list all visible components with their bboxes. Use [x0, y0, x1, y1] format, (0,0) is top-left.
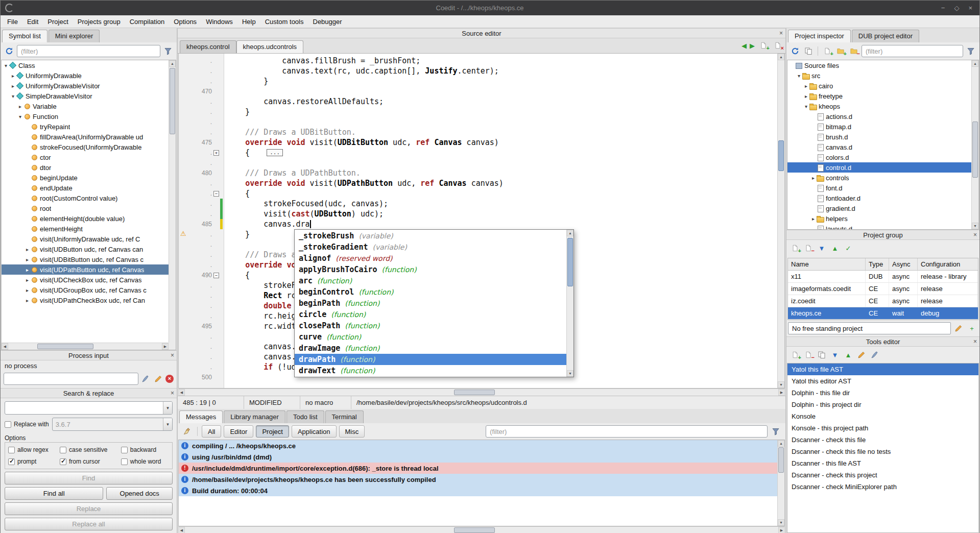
tool-item[interactable]: Konsole [787, 410, 978, 422]
close-document-icon[interactable]: × [772, 40, 783, 51]
scroll-thumb[interactable] [972, 122, 978, 178]
checkbox[interactable] [121, 458, 128, 465]
panel-tab[interactable]: Mini explorer [49, 30, 100, 42]
editor-hscrollbar[interactable]: ◀ ▶ [178, 389, 785, 396]
scroll-up-icon[interactable]: ▲ [972, 60, 978, 67]
code-line[interactable]: ⚠ . + { ... [179, 148, 777, 158]
scroll-right-icon[interactable]: ▶ [778, 527, 785, 533]
expander-icon[interactable]: ▸ [24, 287, 31, 293]
window-close-icon[interactable]: × [968, 4, 972, 12]
source-file-item[interactable]: actions.d [787, 111, 971, 122]
menu-item[interactable]: Custom tools [260, 17, 308, 27]
symbol-item[interactable]: ▾ Function [2, 111, 169, 122]
search-term-combo[interactable]: ▾ [5, 401, 173, 415]
message-row[interactable]: /usr/include/dmd/druntime/import/core/ex… [179, 463, 777, 474]
source-file-item[interactable]: canvas.d [787, 142, 971, 152]
symbol-item[interactable]: ▸ Variable [2, 101, 169, 111]
minimize-icon[interactable]: − [941, 4, 945, 12]
project-row[interactable]: iz.coedit CE async release [788, 295, 978, 307]
scroll-left-icon[interactable]: ◀ [178, 389, 185, 396]
message-filter-button[interactable]: Project [256, 425, 289, 438]
menu-item[interactable]: Projects group [73, 17, 125, 27]
completion-item[interactable]: _strokeBrush (variable) [295, 230, 566, 241]
async-mode-icon[interactable]: ✓ [843, 243, 854, 254]
source-file-item[interactable]: ▾ kheops [787, 101, 971, 111]
symbol-item[interactable]: strokeFocused(UniformlyDrawable [2, 142, 169, 152]
completion-item[interactable]: drawImage (function) [295, 343, 566, 354]
column-header[interactable]: Async [889, 258, 918, 270]
remove-tool-icon[interactable]: − [803, 349, 814, 360]
scroll-right-icon[interactable]: ▶ [162, 343, 169, 350]
gutter-cell[interactable]: ⚠ 490 − [179, 270, 224, 280]
source-file-item[interactable]: control.d [787, 162, 971, 173]
symbol-item[interactable]: elementHeight [2, 224, 169, 234]
close-icon[interactable]: × [973, 230, 977, 239]
symbol-item[interactable]: tryRepaint [2, 122, 169, 132]
close-icon[interactable]: × [779, 29, 783, 38]
gutter-cell[interactable]: ⚠ 485 [179, 219, 224, 229]
gutter-cell[interactable]: ⚠ . [179, 96, 224, 107]
symbol-item[interactable]: ▸ visit(UDBitButton udc, ref Canvas c [2, 254, 169, 264]
files-vscrollbar[interactable]: ▲ ▼ [971, 60, 978, 229]
search-option-checkbox[interactable]: case sensitive [60, 446, 120, 453]
document-tab[interactable]: kheops.control [180, 40, 236, 53]
code-line[interactable]: ⚠ 480 /// Draws a UDPathButton. [179, 168, 777, 178]
message-filter-button[interactable]: Application [292, 425, 337, 438]
column-header[interactable]: Type [866, 258, 889, 270]
scroll-left-icon[interactable]: ◀ [2, 343, 8, 350]
checkbox[interactable] [121, 447, 128, 453]
gutter-cell[interactable]: ⚠ . [179, 158, 224, 168]
search-option-checkbox[interactable]: whole word [121, 458, 169, 465]
gutter-cell[interactable]: ⚠ . + [179, 148, 224, 158]
titlebar[interactable]: Coedit - /.../kheops/kheops.ce − ◇ × [1, 1, 979, 15]
send-input-icon[interactable] [140, 373, 151, 384]
tool-item[interactable]: Yatol this file AST [787, 364, 978, 375]
filter-icon[interactable] [965, 45, 976, 57]
edit-input-icon[interactable] [153, 373, 164, 384]
expander-icon[interactable]: ▾ [796, 73, 802, 79]
expander-icon[interactable]: ▸ [810, 216, 817, 222]
close-icon[interactable]: × [973, 337, 977, 346]
code-line[interactable]: ⚠ . canvas.text(rc, udc.caption[], Justi… [179, 66, 777, 76]
message-filter-button[interactable]: Editor [224, 425, 253, 438]
close-icon[interactable]: × [171, 389, 174, 398]
gutter-cell[interactable]: ⚠ 470 [179, 86, 224, 96]
code-line[interactable]: ⚠ . override void visit(UDPathButton udc… [179, 178, 777, 188]
source-file-item[interactable]: layouts.d [787, 224, 971, 229]
tool-item[interactable]: Dscanner - check MiniExplorer path [787, 481, 978, 493]
scroll-up-icon[interactable]: ▲ [169, 60, 176, 67]
code-line[interactable]: ⚠ . strokeFocused(udc, canvas); [179, 199, 777, 209]
symbol-filter-input[interactable] [17, 45, 160, 57]
code-line[interactable]: ⚠ . [179, 117, 777, 127]
scroll-down-icon[interactable]: ▼ [972, 223, 978, 229]
scroll-thumb[interactable] [567, 238, 573, 286]
scroll-thumb[interactable] [454, 527, 495, 533]
symbol-item[interactable]: ctor [2, 152, 169, 162]
message-row[interactable]: /home/basile/dev/projects/kheops/kheops.… [179, 474, 777, 485]
clone-tool-icon[interactable] [816, 349, 827, 360]
expander-icon[interactable]: ▸ [803, 93, 809, 99]
menu-item[interactable]: Project [43, 17, 73, 27]
gutter-cell[interactable]: ⚠ . [179, 342, 224, 352]
code-line[interactable]: ⚠ . canvas.fillBrush = _brushFont; [179, 56, 777, 66]
project-row[interactable]: x11 DUB async release - library [788, 271, 978, 283]
gutter-cell[interactable]: ⚠ 500 [179, 372, 224, 382]
symbol-item[interactable]: root(CustomControl value) [2, 193, 169, 203]
code-line[interactable]: ⚠ 475 override void visit(UDBitButton ud… [179, 137, 777, 148]
scroll-thumb[interactable] [37, 344, 93, 349]
scroll-up-icon[interactable]: ▲ [778, 54, 784, 60]
message-filter-button[interactable]: Misc [339, 425, 365, 438]
code-line[interactable]: ⚠ . /// Draws a UDBitButton. [179, 127, 777, 137]
gutter-cell[interactable]: ⚠ . [179, 209, 224, 219]
message-row[interactable]: compiling / ... /kheops/kheops.ce [179, 440, 777, 451]
gutter-cell[interactable]: ⚠ 495 [179, 321, 224, 331]
menu-item[interactable]: Compilation [125, 17, 170, 27]
menu-item[interactable]: Help [237, 17, 260, 27]
checkbox[interactable] [5, 421, 11, 428]
tool-item[interactable]: Yatol this editor AST [787, 375, 978, 387]
symbol-tree-hscrollbar[interactable]: ◀ ▶ [2, 343, 169, 350]
search-option-checkbox[interactable]: prompt [8, 458, 59, 465]
move-tool-down-icon[interactable]: ▼ [829, 349, 841, 360]
source-file-item[interactable]: fontloader.d [787, 193, 971, 203]
gutter-cell[interactable]: ⚠ . [179, 127, 224, 137]
